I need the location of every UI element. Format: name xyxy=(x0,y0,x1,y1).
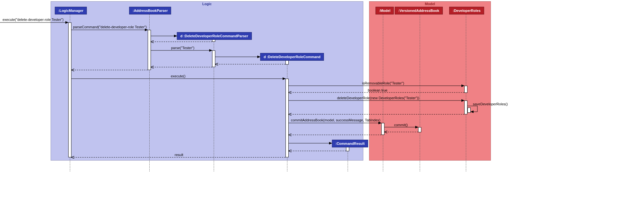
msg-parsecommand: parseCommand("delete-developer-role Test… xyxy=(73,25,147,29)
msg-result: result xyxy=(175,153,183,157)
activation-cmd-create xyxy=(285,60,289,65)
activation-devroles-1 xyxy=(464,86,467,93)
participant-delete-dev-role-parser: d :DeleteDeveloperRoleCommandParser xyxy=(177,32,252,40)
activation-abp xyxy=(148,30,151,70)
activation-parser-2 xyxy=(212,50,215,67)
msg-booltrue: boolean true xyxy=(368,88,387,92)
activation-model xyxy=(381,123,384,135)
region-model: Model xyxy=(369,1,491,161)
activation-devroles-2 xyxy=(464,101,467,114)
activation-devroles-self xyxy=(467,108,471,113)
participant-address-book-parser: :AddressBookParser xyxy=(129,7,171,14)
participant-delete-dev-role-cmd: d :DeleteDeveloperRoleCommand xyxy=(260,53,324,61)
lifeline-model xyxy=(383,14,383,171)
activation-logic-manager xyxy=(68,22,71,157)
sequence-diagram: Logic Model :LogicManager :AddressBookPa… xyxy=(0,0,644,210)
msg-savedevroles: saveDeveloperRoles() xyxy=(473,102,508,106)
participant-command-result: :CommandResult xyxy=(332,140,368,147)
participant-model: :Model xyxy=(376,7,394,14)
participant-versioned-ab: :VersionedAddressBook xyxy=(395,7,443,14)
msg-execute: execute("delete-developer-role Tester") xyxy=(3,18,63,22)
msg-commit: commit() xyxy=(394,123,408,127)
region-model-title: Model xyxy=(423,2,437,6)
msg-deletedevrole: deleteDeveloperRole(new DeveloperRoles("… xyxy=(337,96,419,100)
activation-cmd-exec xyxy=(285,79,289,157)
msg-execute2: execute() xyxy=(171,74,186,78)
msg-parse: parse("Tester") xyxy=(171,46,194,50)
region-logic-title: Logic xyxy=(200,2,213,6)
lifeline-versioned-ab xyxy=(420,14,420,171)
activation-cmdresult xyxy=(346,147,349,151)
participant-developer-roles: :DeveloperRoles xyxy=(449,7,484,14)
participant-logic-manager: :LogicManager xyxy=(55,7,87,14)
activation-vab xyxy=(418,127,421,132)
msg-commitab: commitAddressBook(model, successMessage,… xyxy=(291,118,380,122)
lifeline-developer-roles xyxy=(466,14,466,171)
msg-isremovable: isRemovableRole("Tester") xyxy=(362,81,404,85)
